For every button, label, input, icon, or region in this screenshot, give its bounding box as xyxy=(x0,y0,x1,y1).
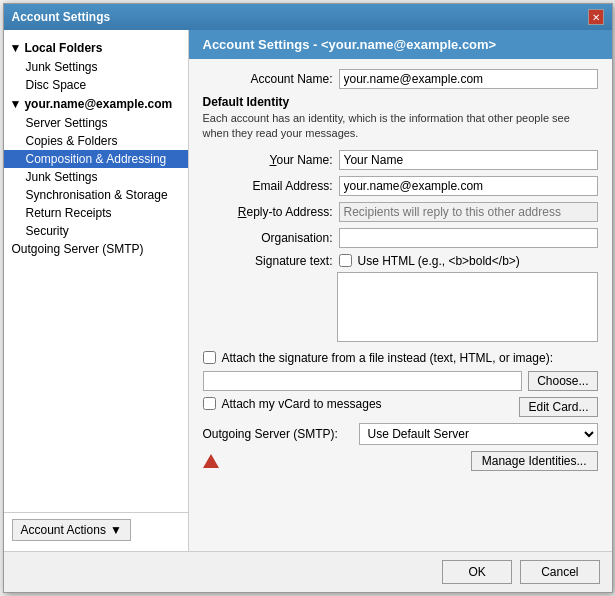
cancel-button[interactable]: Cancel xyxy=(520,560,599,584)
vcard-checkbox[interactable] xyxy=(203,397,216,410)
smtp-select[interactable]: Use Default Server your.name@example.com xyxy=(359,423,598,445)
local-folders-label: Local Folders xyxy=(24,41,102,55)
folder-tree: ▼ Local Folders Junk Settings Disc Space… xyxy=(4,34,188,262)
sig-file-input[interactable] xyxy=(203,371,523,391)
your-name-label: Your Name: xyxy=(203,153,333,167)
account-name-input[interactable] xyxy=(339,69,598,89)
smtp-row: Outgoing Server (SMTP): Use Default Serv… xyxy=(203,423,598,445)
account-actions-bar: Account Actions ▼ xyxy=(4,512,188,547)
organisation-row: Organisation: xyxy=(203,228,598,248)
tree-security[interactable]: Security xyxy=(4,222,188,240)
signature-text-label: Signature text: xyxy=(203,254,333,268)
attach-sig-checkbox-row: Attach the signature from a file instead… xyxy=(203,351,598,365)
tree-disc-space[interactable]: Disc Space xyxy=(4,76,188,94)
dialog-body: ▼ Local Folders Junk Settings Disc Space… xyxy=(4,30,612,551)
signature-area-container xyxy=(337,272,598,351)
email-address-row: Email Address: xyxy=(203,176,598,196)
title-bar: Account Settings ✕ xyxy=(4,4,612,30)
tree-junk-settings2[interactable]: Junk Settings xyxy=(4,168,188,186)
signature-text-row: Signature text: Use HTML (e.g., <b>bold<… xyxy=(203,254,598,268)
account-name-label: Account Name: xyxy=(203,72,333,86)
organisation-input[interactable] xyxy=(339,228,598,248)
sig-file-row: Choose... xyxy=(203,371,598,391)
tree-return-receipts[interactable]: Return Receipts xyxy=(4,204,188,222)
email-address-input[interactable] xyxy=(339,176,598,196)
dropdown-icon: ▼ xyxy=(110,523,122,537)
vcard-row: Attach my vCard to messages Edit Card... xyxy=(203,397,598,417)
organisation-label: Organisation: xyxy=(203,231,333,245)
use-html-label: Use HTML (e.g., <b>bold</b>) xyxy=(358,254,520,268)
reply-to-input[interactable] xyxy=(339,202,598,222)
tree-server-settings[interactable]: Server Settings xyxy=(4,114,188,132)
account-settings-dialog: Account Settings ✕ ▼ Local Folders Junk … xyxy=(3,3,613,593)
tree-junk-settings[interactable]: Junk Settings xyxy=(4,58,188,76)
attach-sig-checkbox[interactable] xyxy=(203,351,216,364)
window-title: Account Settings xyxy=(12,10,111,24)
signature-textarea[interactable] xyxy=(337,272,598,342)
default-identity-title: Default Identity xyxy=(203,95,598,109)
tree-copies-folders[interactable]: Copies & Folders xyxy=(4,132,188,150)
account-actions-button[interactable]: Account Actions ▼ xyxy=(12,519,131,541)
tree-account[interactable]: ▼ your.name@example.com xyxy=(4,94,188,114)
account-label: your.name@example.com xyxy=(24,97,172,111)
reply-to-label: Reply-to Address: xyxy=(203,205,333,219)
tree-local-folders[interactable]: ▼ Local Folders xyxy=(4,38,188,58)
dialog-footer: OK Cancel xyxy=(4,551,612,592)
default-identity-desc: Each account has an identity, which is t… xyxy=(203,111,598,142)
collapse-icon: ▼ xyxy=(10,41,22,55)
attach-vcard-label: Attach my vCard to messages xyxy=(222,397,382,411)
vcard-right: Edit Card... xyxy=(519,397,597,417)
account-name-row: Account Name: xyxy=(203,69,598,89)
attach-sig-label: Attach the signature from a file instead… xyxy=(222,351,553,365)
email-address-label: Email Address: xyxy=(203,179,333,193)
right-panel: Account Settings - <your.name@example.co… xyxy=(189,30,612,551)
arrow-indicator xyxy=(203,454,219,468)
your-name-input[interactable] xyxy=(339,150,598,170)
tree-sync[interactable]: Synchronisation & Storage xyxy=(4,186,188,204)
close-button[interactable]: ✕ xyxy=(588,9,604,25)
account-actions-label: Account Actions xyxy=(21,523,106,537)
edit-card-button[interactable]: Edit Card... xyxy=(519,397,597,417)
reply-to-row: Reply-to Address: xyxy=(203,202,598,222)
right-panel-header: Account Settings - <your.name@example.co… xyxy=(189,30,612,59)
your-name-row: Your Name: xyxy=(203,150,598,170)
ok-button[interactable]: OK xyxy=(442,560,512,584)
collapse-icon-account: ▼ xyxy=(10,97,22,111)
panel-title: Account Settings - <your.name@example.co… xyxy=(203,37,497,52)
manage-identities-button[interactable]: Manage Identities... xyxy=(471,451,598,471)
arrow-up-icon xyxy=(203,454,219,468)
right-panel-content: Account Name: Default Identity Each acco… xyxy=(189,59,612,551)
vcard-left: Attach my vCard to messages xyxy=(203,397,514,411)
tree-outgoing-server[interactable]: Outgoing Server (SMTP) xyxy=(4,240,188,258)
smtp-label: Outgoing Server (SMTP): xyxy=(203,427,353,441)
use-html-checkbox[interactable] xyxy=(339,254,352,267)
left-panel: ▼ Local Folders Junk Settings Disc Space… xyxy=(4,30,189,551)
choose-button[interactable]: Choose... xyxy=(528,371,597,391)
tree-composition[interactable]: Composition & Addressing xyxy=(4,150,188,168)
